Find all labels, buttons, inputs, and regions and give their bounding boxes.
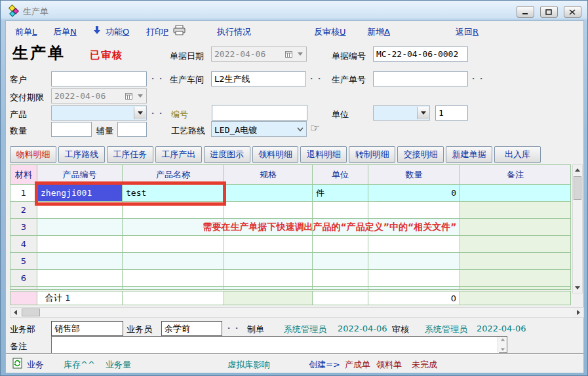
chevron-down-icon[interactable] — [134, 90, 146, 102]
toolbar-function-button[interactable]: 功能O — [106, 26, 129, 38]
product-code-cell[interactable] — [37, 270, 123, 287]
tab-progress-chart[interactable]: 进度图示 — [204, 146, 250, 163]
chevron-down-icon[interactable] — [294, 122, 305, 136]
tab-handover-detail[interactable]: 交接明细 — [397, 146, 444, 163]
doc-no-field[interactable] — [373, 47, 468, 62]
product-browse-button[interactable]: . . — [151, 107, 163, 116]
product-code-cell[interactable] — [37, 253, 123, 270]
chevron-down-icon[interactable] — [134, 107, 146, 119]
scrollbar-thumb[interactable] — [22, 309, 40, 316]
salesperson-field[interactable] — [161, 321, 222, 336]
doc-date-picker[interactable]: 2022-04-06 — [211, 47, 307, 62]
tab-transfer-detail[interactable]: 转制明细 — [349, 146, 395, 163]
scroll-up-icon[interactable] — [573, 165, 582, 175]
aux-qty-field[interactable] — [117, 122, 147, 137]
qty-cell[interactable] — [368, 236, 460, 253]
tab-return-detail[interactable]: 退料明细 — [300, 146, 347, 163]
statusbar-business-tab[interactable]: 业务 — [27, 359, 44, 371]
spec-cell[interactable] — [224, 236, 313, 253]
row-number-cell[interactable]: 1 — [10, 185, 37, 202]
note-cell[interactable] — [460, 185, 570, 202]
tab-material-detail[interactable]: 物料明细 — [10, 146, 56, 163]
spec-cell[interactable] — [224, 185, 313, 202]
tab-process-task[interactable]: 工序任务 — [107, 146, 153, 163]
scroll-left-icon[interactable] — [10, 308, 20, 317]
note-cell[interactable] — [460, 270, 570, 287]
workshop-browse-button[interactable]: . . — [310, 73, 322, 81]
unit-cell[interactable] — [313, 270, 368, 287]
row-number-cell[interactable]: 5 — [10, 253, 37, 270]
order-no-browse-button[interactable]: . . — [472, 73, 484, 81]
qty-field[interactable] — [51, 122, 92, 137]
unit-cell[interactable] — [313, 253, 368, 270]
toolbar-prev-button[interactable]: 前单L — [15, 26, 37, 38]
tab-in-out-stock[interactable]: 出入库 — [494, 146, 541, 163]
code-field[interactable] — [212, 105, 307, 121]
unit-cell[interactable] — [313, 202, 368, 219]
qty-cell[interactable] — [368, 253, 460, 270]
grid-vertical-scrollbar[interactable] — [572, 164, 583, 293]
minimize-button[interactable] — [517, 6, 534, 18]
scroll-up-icon[interactable] — [500, 339, 504, 341]
tab-new-document[interactable]: 新建单据 — [446, 146, 492, 163]
maximize-button[interactable] — [540, 6, 558, 18]
customer-field[interactable] — [51, 71, 147, 86]
row-number-cell[interactable]: 3 — [10, 219, 37, 236]
scroll-right-icon[interactable] — [574, 308, 583, 317]
tab-process-output[interactable]: 工序产出 — [155, 146, 202, 163]
spec-cell[interactable] — [224, 253, 313, 270]
delivery-date-picker[interactable]: 2022-04-06 — [51, 88, 147, 103]
product-name-cell[interactable] — [123, 270, 224, 287]
pointer-hand-icon[interactable]: ☞ — [310, 121, 320, 134]
unit-cell[interactable]: 件 — [313, 185, 368, 202]
unit-cell[interactable] — [313, 236, 368, 253]
refresh-doc-icon[interactable] — [12, 358, 22, 371]
qty-cell[interactable] — [368, 270, 460, 287]
note-cell[interactable] — [460, 253, 570, 270]
grid-horizontal-scrollbar[interactable] — [10, 307, 584, 318]
toolbar-add-button[interactable]: 新增A — [367, 26, 390, 38]
qty-cell[interactable]: 0 — [368, 185, 460, 202]
chevron-down-icon[interactable] — [417, 107, 429, 119]
statusbar-material-doc-link[interactable]: 领料单 — [376, 359, 402, 371]
unit-combo[interactable] — [373, 105, 430, 121]
note-cell[interactable] — [460, 202, 570, 219]
spec-cell[interactable] — [224, 270, 313, 287]
row-number-cell[interactable]: 2 — [10, 202, 37, 219]
workshop-field[interactable] — [211, 71, 306, 86]
route-combo[interactable]: LED_A电镀 — [211, 121, 307, 137]
statusbar-volume-tab[interactable]: 业务量 — [106, 359, 131, 371]
product-combo[interactable] — [51, 105, 147, 121]
note-cell[interactable] — [460, 236, 570, 253]
toolbar-unaudit-button[interactable]: 反审核U — [314, 26, 346, 38]
product-name-cell[interactable] — [123, 236, 224, 253]
salesperson-browse-button[interactable]: . . — [227, 322, 239, 331]
scroll-down-icon[interactable] — [573, 283, 582, 293]
qty-cell[interactable] — [368, 202, 460, 219]
note-field[interactable] — [52, 337, 499, 355]
row-number-cell[interactable]: 4 — [10, 236, 37, 253]
scrollbar-thumb[interactable] — [574, 176, 581, 200]
row-number-cell[interactable]: 6 — [10, 270, 37, 287]
chevron-down-icon[interactable] — [294, 48, 305, 60]
product-name-cell[interactable] — [123, 253, 224, 270]
spec-cell[interactable] — [224, 202, 313, 219]
statusbar-stock-tab[interactable]: 库存^^ — [64, 359, 95, 371]
tab-picking-detail[interactable]: 领料明细 — [252, 146, 299, 163]
statusbar-product-doc-link[interactable]: 产成单 — [345, 359, 370, 371]
toolbar-return-button[interactable]: 返回R — [456, 26, 479, 38]
customer-browse-button[interactable]: . . — [151, 73, 163, 81]
product-code-cell[interactable] — [37, 236, 123, 253]
statusbar-virtual-stock-link[interactable]: 虚拟库影响 — [227, 359, 270, 371]
printer-icon[interactable] — [173, 25, 186, 37]
toolbar-print-button[interactable]: 打印P — [146, 26, 168, 38]
scroll-down-icon[interactable] — [500, 348, 504, 351]
toolbar-next-button[interactable]: 后单N — [53, 26, 77, 38]
close-button[interactable] — [564, 6, 581, 18]
dept-field[interactable] — [51, 321, 123, 336]
order-no-field[interactable] — [373, 71, 468, 86]
unit-factor-field[interactable] — [435, 105, 468, 121]
product-code-cell[interactable] — [37, 219, 123, 236]
note-scroll-control[interactable] — [498, 337, 507, 352]
tab-process-route[interactable]: 工序路线 — [58, 146, 105, 163]
